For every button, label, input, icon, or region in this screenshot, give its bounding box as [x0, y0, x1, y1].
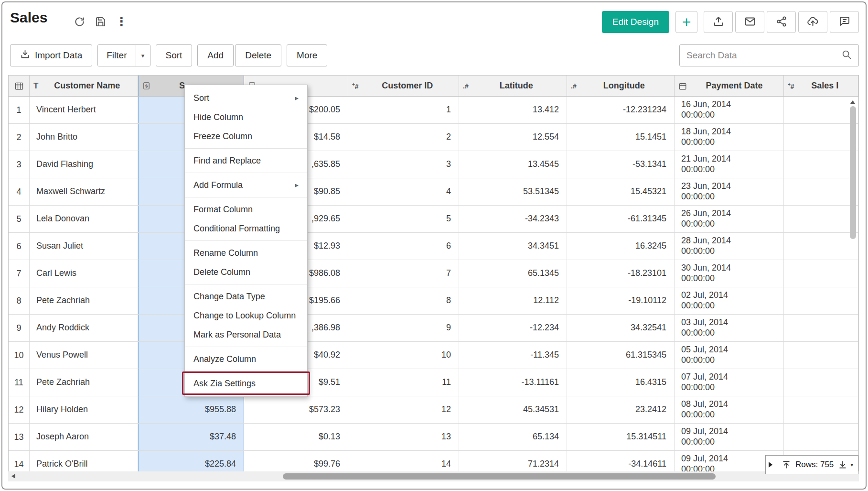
row-number[interactable]: 10 — [9, 342, 30, 369]
cell-customer-id[interactable]: 1 — [348, 97, 459, 123]
publish-upload-button[interactable] — [798, 11, 827, 33]
cell-longitude[interactable]: 15.45321 — [567, 178, 675, 205]
horizontal-scrollbar[interactable] — [8, 471, 859, 481]
cell-customer-id[interactable]: 8 — [348, 287, 459, 314]
cell-customer-id[interactable]: 13 — [348, 424, 459, 450]
cell-longitude[interactable]: 16.4315 — [567, 369, 675, 396]
cell-sales-id[interactable] — [784, 206, 858, 232]
collapse-handle-icon[interactable] — [769, 462, 772, 468]
cell-latitude[interactable]: 12.112 — [459, 287, 567, 314]
cell-customer-id[interactable]: 9 — [348, 315, 459, 341]
row-number[interactable]: 1 — [9, 97, 30, 123]
search-icon[interactable] — [841, 49, 852, 62]
cell-customer-name[interactable]: Susan Juliet — [30, 233, 138, 260]
email-button[interactable] — [735, 11, 764, 33]
cell-latitude[interactable]: 53.51345 — [459, 178, 567, 205]
cell-sales-id[interactable] — [784, 315, 858, 341]
cell-cost[interactable]: $0.13 — [244, 424, 348, 450]
cell-sales-id[interactable] — [784, 260, 858, 287]
filter-button[interactable]: Filter — [98, 45, 135, 66]
column-header-payment-date[interactable]: Payment Date — [675, 76, 784, 96]
cell-payment-date[interactable]: 03 Jul, 2014 00:00:00 — [675, 315, 784, 341]
cell-customer-name[interactable]: David Flashing — [30, 151, 138, 178]
share-button[interactable] — [767, 11, 796, 33]
cell-customer-id[interactable]: 6 — [348, 233, 459, 260]
cell-sales-id[interactable] — [784, 178, 858, 205]
cell-customer-id[interactable]: 3 — [348, 151, 459, 178]
row-number[interactable]: 13 — [9, 424, 30, 450]
cell-selected-amount[interactable]: $37.48 — [138, 424, 244, 450]
cell-latitude[interactable]: 71.2314 — [459, 451, 567, 471]
cell-customer-id[interactable]: 4 — [348, 178, 459, 205]
row-number[interactable]: 5 — [9, 206, 30, 232]
cell-sales-id[interactable] — [784, 424, 858, 450]
cell-payment-date[interactable]: 08 Jul, 2014 00:00:00 — [675, 396, 784, 423]
cell-longitude[interactable]: -19.10112 — [567, 287, 675, 314]
cell-customer-name[interactable]: Pete Zachriah — [30, 287, 138, 314]
cell-longitude[interactable]: 23.2412 — [567, 396, 675, 423]
cell-sales-id[interactable] — [784, 151, 858, 178]
cell-customer-id[interactable]: 2 — [348, 124, 459, 151]
row-number[interactable]: 12 — [9, 396, 30, 423]
cell-customer-name[interactable]: Lela Donovan — [30, 206, 138, 232]
sort-button[interactable]: Sort — [156, 44, 193, 66]
row-number[interactable]: 6 — [9, 233, 30, 260]
cell-sales-id[interactable] — [784, 287, 858, 314]
comments-button[interactable] — [830, 11, 859, 33]
cell-customer-name[interactable]: Hilary Holden — [30, 396, 138, 423]
menu-item-mark-as-personal-data[interactable]: Mark as Personal Data — [185, 325, 307, 344]
select-all-grid-icon[interactable] — [9, 76, 30, 96]
cell-payment-date[interactable]: 18 Jun, 2014 00:00:00 — [675, 124, 784, 151]
edit-design-button[interactable]: Edit Design — [602, 11, 669, 33]
delete-button[interactable]: Delete — [235, 44, 281, 66]
menu-item-format-column[interactable]: Format Column — [185, 200, 307, 219]
cell-payment-date[interactable]: 07 Jul, 2014 00:00:00 — [675, 369, 784, 396]
menu-item-rename-column[interactable]: Rename Column — [185, 243, 307, 262]
cell-customer-id[interactable]: 14 — [348, 451, 459, 471]
cell-latitude[interactable]: -12.234 — [459, 315, 567, 341]
cell-customer-name[interactable]: Carl Lewis — [30, 260, 138, 287]
cell-customer-id[interactable]: 5 — [348, 206, 459, 232]
cell-latitude[interactable]: 13.412 — [459, 97, 567, 123]
column-header-customer-name[interactable]: TCustomer Name — [30, 76, 138, 96]
vertical-scrollbar[interactable] — [849, 100, 857, 470]
cell-sales-id[interactable] — [784, 342, 858, 369]
cell-longitude[interactable]: 34.32541 — [567, 315, 675, 341]
cell-sales-id[interactable] — [784, 124, 858, 151]
cell-payment-date[interactable]: 28 Jun, 2014 00:00:00 — [675, 233, 784, 260]
cell-longitude[interactable]: -61.31345 — [567, 206, 675, 232]
create-new-button[interactable]: + — [675, 11, 697, 33]
cell-latitude[interactable]: 12.554 — [459, 124, 567, 151]
row-number[interactable]: 8 — [9, 287, 30, 314]
menu-item-add-formula[interactable]: Add Formula▸ — [185, 175, 307, 195]
scroll-up-arrow-icon[interactable] — [850, 100, 855, 104]
cell-customer-name[interactable]: Pete Zachriah — [30, 369, 138, 396]
filter-dropdown-button[interactable]: ▾ — [136, 45, 150, 66]
cell-customer-name[interactable]: Patrick O'Brill — [30, 451, 138, 471]
column-header-sales-id[interactable]: +#Sales I — [784, 76, 858, 96]
cell-customer-name[interactable]: Venus Powell — [30, 342, 138, 369]
cell-payment-date[interactable]: 16 Jun, 2014 00:00:00 — [675, 97, 784, 123]
cell-selected-amount[interactable]: $225.84 — [138, 451, 244, 471]
cell-latitude[interactable]: -34.2343 — [459, 206, 567, 232]
cell-cost[interactable]: $573.23 — [244, 396, 348, 423]
cell-longitude[interactable]: 15.1451 — [567, 124, 675, 151]
column-header-latitude[interactable]: .#Latitude — [459, 76, 567, 96]
menu-item-delete-column[interactable]: Delete Column — [185, 262, 307, 282]
search-input[interactable] — [686, 50, 841, 61]
row-number[interactable]: 2 — [9, 124, 30, 151]
row-number[interactable]: 3 — [9, 151, 30, 178]
kebab-menu-icon[interactable]: ⋮ — [115, 15, 128, 28]
cell-payment-date[interactable]: 05 Jul, 2014 00:00:00 — [675, 342, 784, 369]
cell-selected-amount[interactable]: $955.88 — [138, 396, 244, 423]
cell-latitude[interactable]: 65.1345 — [459, 260, 567, 287]
cell-payment-date[interactable]: 21 Jun, 2014 00:00:00 — [675, 151, 784, 178]
cell-customer-id[interactable]: 12 — [348, 396, 459, 423]
menu-item-conditional-formatting[interactable]: Conditional Formatting — [185, 219, 307, 238]
menu-item-analyze-column[interactable]: Analyze Column — [185, 349, 307, 369]
cell-longitude[interactable]: -12.231234 — [567, 97, 675, 123]
scroll-left-arrow-icon[interactable] — [11, 474, 15, 479]
cell-sales-id[interactable] — [784, 396, 858, 423]
column-header-longitude[interactable]: .#Longitude — [567, 76, 675, 96]
scroll-to-bottom-icon[interactable] — [838, 460, 847, 469]
